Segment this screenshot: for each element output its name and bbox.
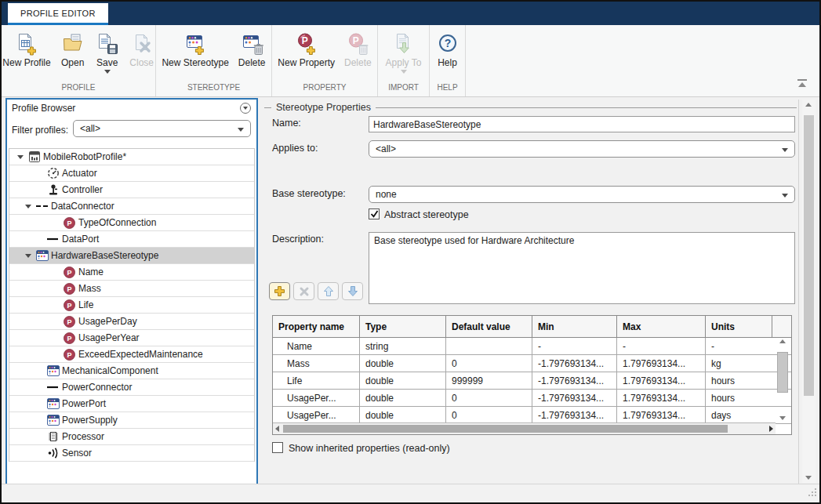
table-cell[interactable]: -1.797693134... — [532, 407, 617, 423]
table-cell[interactable]: UsagePer... — [273, 390, 360, 406]
resize-grip[interactable] — [808, 486, 817, 500]
tree-item-powerport[interactable]: PowerPort — [9, 396, 254, 412]
base-stereotype-label: Base stereotype: — [272, 188, 346, 199]
save-dropdown-caret-icon[interactable] — [104, 70, 111, 74]
vertical-scroll-thumb[interactable] — [804, 115, 814, 396]
tree-item-usageperday[interactable]: P UsagePerDay — [9, 314, 254, 330]
sensor-icon — [46, 447, 60, 459]
scroll-down-icon[interactable] — [805, 476, 812, 480]
save-icon — [95, 31, 120, 56]
tree-item-name[interactable]: P Name — [9, 264, 254, 281]
table-cell[interactable]: - — [617, 338, 706, 354]
collapse-ribbon-button[interactable] — [796, 78, 810, 89]
table-cell[interactable]: hours — [706, 372, 772, 389]
tree-item-mass[interactable]: P Mass — [9, 281, 254, 297]
tree-item-dataconnector[interactable]: DataConnector — [9, 198, 254, 215]
tree-item-typeofconnection[interactable]: P TypeOfConnection — [9, 215, 254, 231]
tree-item-life[interactable]: P Life — [9, 297, 254, 314]
table-cell[interactable]: double — [360, 407, 446, 423]
new-stereotype-button[interactable]: New Stereotype — [157, 29, 233, 70]
tree-item-actuator[interactable]: Actuator — [9, 165, 254, 182]
tree-item-powersupply[interactable]: PowerSupply — [9, 412, 254, 429]
abstract-stereotype-checkbox[interactable] — [369, 208, 380, 219]
show-inherited-checkbox[interactable] — [272, 442, 283, 453]
vertical-scroll-thumb[interactable] — [777, 352, 788, 393]
profile-editor-window: PROFILE EDITOR New Profile Open — [0, 0, 821, 504]
table-cell[interactable]: -1.797693134... — [532, 355, 617, 372]
table-cell[interactable]: 0 — [446, 355, 532, 372]
apply-to-label: Apply To — [386, 57, 422, 68]
chevron-down-icon[interactable] — [25, 205, 31, 208]
table-cell[interactable]: 999999 — [446, 372, 532, 389]
move-up-button[interactable] — [318, 282, 339, 300]
table-cell[interactable]: kg — [706, 355, 772, 372]
move-down-button[interactable] — [342, 282, 363, 300]
table-cell[interactable]: double — [360, 355, 446, 372]
table-cell[interactable]: string — [360, 338, 446, 354]
filter-row: Filter profiles: <all> — [7, 120, 256, 143]
gauge-icon — [46, 167, 60, 179]
table-horizontal-scrollbar[interactable] — [273, 422, 776, 434]
table-cell[interactable]: Name — [273, 338, 360, 354]
help-button[interactable]: ? Help — [430, 29, 465, 70]
new-profile-button[interactable]: New Profile — [0, 29, 56, 70]
table-cell[interactable]: 1.797693134... — [617, 355, 706, 372]
applies-to-dropdown[interactable]: <all> — [369, 140, 795, 158]
tree-item-hardwarebasestereotype[interactable]: HardwareBaseStereotype — [9, 248, 254, 264]
table-cell[interactable]: 1.797693134... — [617, 407, 706, 423]
name-input[interactable] — [369, 116, 795, 132]
description-textarea[interactable]: Base stereotype used for Hardware Archit… — [369, 232, 795, 304]
horizontal-scroll-thumb[interactable] — [283, 425, 728, 433]
scroll-left-icon[interactable] — [275, 426, 279, 432]
scroll-right-icon[interactable] — [769, 426, 773, 432]
scroll-down-icon[interactable] — [779, 416, 786, 420]
add-property-button[interactable] — [269, 282, 290, 300]
table-cell[interactable]: -1.797693134... — [532, 390, 617, 406]
tree-item-mechanicalcomponent[interactable]: MechanicalComponent — [9, 363, 254, 379]
table-cell[interactable]: double — [360, 390, 446, 406]
filter-profiles-dropdown[interactable]: <all> — [73, 120, 251, 137]
table-row[interactable]: Name string - - - — [273, 338, 791, 355]
panel-collapse-icon[interactable] — [240, 103, 251, 114]
table-cell[interactable]: double — [360, 372, 446, 389]
base-stereotype-dropdown[interactable]: none — [369, 186, 795, 203]
filter-profiles-label: Filter profiles: — [12, 125, 68, 136]
tree-item-processor[interactable]: Processor — [9, 429, 254, 445]
tree-item-exceedexpectedmaintenance[interactable]: P ExceedExpectedMaintenance — [9, 346, 254, 363]
table-cell[interactable]: 0 — [446, 390, 532, 406]
save-button[interactable]: Save — [90, 29, 125, 75]
table-cell[interactable]: - — [532, 338, 617, 354]
delete-stereotype-button[interactable]: Delete — [234, 29, 271, 70]
tree-item-dataport[interactable]: DataPort — [9, 231, 254, 248]
table-cell[interactable]: - — [706, 338, 772, 354]
table-cell[interactable]: UsagePer... — [273, 407, 360, 423]
table-row[interactable]: UsagePer... double 0 -1.797693134... 1.7… — [273, 407, 791, 424]
tab-profile-editor[interactable]: PROFILE EDITOR — [8, 3, 108, 25]
scroll-up-icon[interactable] — [805, 103, 812, 107]
table-cell[interactable]: 0 — [446, 407, 532, 423]
title-bar: PROFILE EDITOR — [2, 2, 819, 25]
table-cell[interactable]: hours — [706, 390, 772, 406]
tree-item-sensor[interactable]: Sensor — [9, 445, 254, 462]
table-cell[interactable] — [446, 338, 532, 354]
table-vertical-scrollbar[interactable] — [776, 339, 790, 420]
panel-vertical-scrollbar[interactable] — [802, 100, 816, 483]
table-cell[interactable]: Mass — [273, 355, 360, 372]
tree-item-usageperyear[interactable]: P UsagePerYear — [9, 330, 254, 346]
tree-item-powerconnector[interactable]: PowerConnector — [9, 379, 254, 396]
scroll-up-icon[interactable] — [779, 339, 786, 343]
table-row[interactable]: Life double 999999 -1.797693134... 1.797… — [273, 372, 791, 390]
chevron-down-icon[interactable] — [25, 254, 31, 258]
table-row[interactable]: Mass double 0 -1.797693134... 1.79769313… — [273, 355, 791, 372]
table-cell[interactable]: 1.797693134... — [617, 372, 706, 389]
table-cell[interactable]: -1.797693134... — [532, 372, 617, 389]
table-cell[interactable]: days — [706, 407, 772, 423]
open-button[interactable]: Open — [56, 29, 90, 70]
tree-item-mobilerobotprofile[interactable]: MobileRobotProfile* — [9, 149, 254, 165]
table-cell[interactable]: 1.797693134... — [617, 390, 706, 406]
chevron-down-icon[interactable] — [17, 155, 24, 159]
table-row[interactable]: UsagePer... double 0 -1.797693134... 1.7… — [273, 390, 791, 407]
tree-item-controller[interactable]: Controller — [9, 182, 254, 198]
table-cell[interactable]: Life — [273, 372, 360, 389]
new-property-button[interactable]: P New Property — [273, 29, 340, 70]
